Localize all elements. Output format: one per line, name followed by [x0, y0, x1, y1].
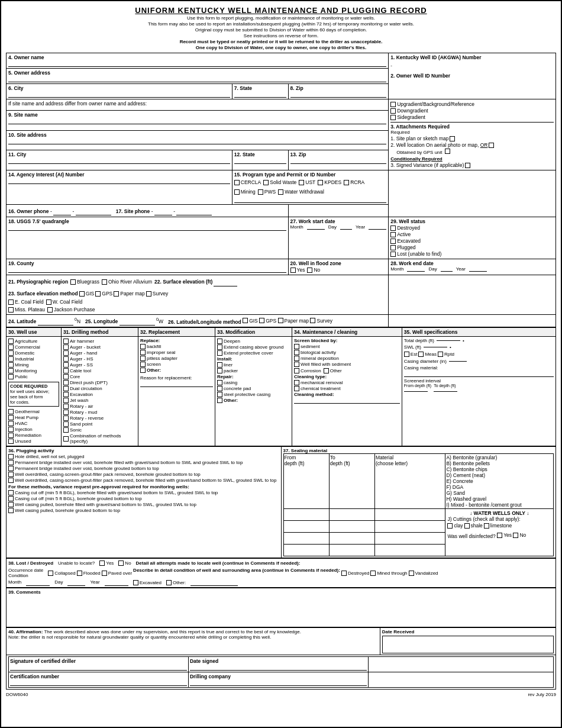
s37-material-3[interactable]: [374, 533, 445, 545]
gradient-options: Upgradient/Background/Reference Downgrad…: [390, 101, 554, 120]
comments-textarea[interactable]: [8, 595, 554, 624]
site-phone-input2[interactable]: [176, 206, 212, 215]
owner-address-input[interactable]: [8, 76, 386, 82]
ct-chemical: chemical treatment: [294, 386, 400, 391]
attachment-variance-checkbox[interactable]: [465, 163, 470, 168]
physio-miss-plateau-cb[interactable]: [8, 307, 14, 313]
status-destroyed-cb[interactable]: [390, 226, 396, 231]
pt-cercla-cb[interactable]: [234, 180, 240, 185]
pt-ust-cb[interactable]: [299, 180, 304, 185]
downgradient-checkbox[interactable]: [390, 108, 396, 114]
s37-from-4[interactable]: [283, 545, 329, 556]
site-name-input[interactable]: [8, 118, 386, 124]
s40-sig-table: Signature of certified driller Date sign…: [8, 656, 554, 688]
s37-to-1[interactable]: [329, 509, 374, 521]
status-active-cb[interactable]: [390, 232, 396, 237]
extra-well-uses: Geothermal Heat Pump HVAC Injection Reme…: [8, 409, 59, 444]
date-received-box[interactable]: [382, 636, 554, 653]
city2-input[interactable]: [8, 157, 230, 164]
sidegradient-checkbox[interactable]: [390, 115, 396, 120]
casing-material-input[interactable]: [404, 371, 554, 377]
s37-cell: 37. Sealing material Fromdepth (ft) Tode…: [281, 447, 556, 558]
mod-concrete-pad: concrete pad: [217, 386, 290, 391]
header-line3: Original copy must be submitted to Divis…: [6, 27, 556, 33]
reason-input[interactable]: [140, 381, 213, 387]
zip-label: 8. Zip: [290, 85, 303, 91]
pt-solid-waste-cb[interactable]: [263, 180, 269, 185]
surface-elev-input[interactable]: [214, 277, 237, 286]
upgradient-checkbox[interactable]: [390, 102, 396, 107]
owner-phone-input[interactable]: [53, 206, 71, 215]
city-input[interactable]: [8, 91, 230, 98]
status-lost-cb[interactable]: [390, 252, 396, 257]
pt-water-withdrawal-cb[interactable]: [278, 189, 283, 195]
pt-rcra-cb[interactable]: [344, 180, 349, 185]
lat-lon-area: 24. Latitude 0N 25. Longitude 0W 26. Lat…: [8, 316, 386, 326]
program-id-input[interactable]: [234, 197, 386, 203]
owner-phone-input2[interactable]: [76, 206, 111, 215]
header-line2: This form may also be used to report an …: [6, 21, 556, 27]
attachment-gps-checkbox[interactable]: [445, 149, 450, 154]
pt-kpdes-cb[interactable]: [318, 180, 323, 185]
upgradient-label: Upgradient/Background/Reference: [397, 101, 474, 107]
usgs-input[interactable]: [8, 224, 286, 231]
s37-to-4[interactable]: [329, 545, 374, 556]
attachment-site-plan-checkbox[interactable]: [450, 136, 455, 141]
s37-material-1[interactable]: [374, 509, 445, 521]
flood-no-cb[interactable]: [307, 268, 312, 273]
s36-label: 36. Plugging activity: [8, 448, 279, 453]
s37-from-3[interactable]: [283, 533, 329, 545]
owner-well-id-area: 2. Owner Well ID Number: [390, 73, 554, 80]
longitude-input[interactable]: [119, 316, 155, 326]
drilling-company-input[interactable]: [190, 679, 367, 686]
mc-mineral: mineral deposition: [294, 356, 400, 361]
s37-material-2[interactable]: [374, 521, 445, 533]
physio-bluegrass-cb[interactable]: [70, 279, 76, 285]
s37-from-2[interactable]: [283, 521, 329, 533]
pt-mining-cb[interactable]: [234, 189, 240, 195]
zip-input[interactable]: [290, 91, 387, 98]
s37-to-3[interactable]: [329, 533, 374, 545]
attachments-required-label: Required: [390, 130, 554, 135]
wu-geothermal: Geothermal: [8, 409, 59, 414]
cutting-items: clay shale limestone: [447, 522, 551, 529]
main-sections-table: 30. Well use 31. Drilling method 32. Rep…: [6, 327, 556, 446]
s37-to-2[interactable]: [329, 521, 374, 533]
state2-input[interactable]: [234, 157, 286, 164]
flood-yes-cb[interactable]: [290, 268, 296, 273]
status-excavated-cb[interactable]: [390, 239, 396, 244]
attachment-well-location-checkbox[interactable]: [489, 143, 494, 148]
physio-row: 21. Physiographic region Bluegrass Ohio …: [7, 275, 389, 315]
latitude-input[interactable]: [38, 316, 73, 326]
s37-from-1[interactable]: [283, 509, 329, 521]
cert-number-input[interactable]: [10, 679, 187, 686]
attachment-well-location: 2. Well location On aerial photo or map,…: [390, 142, 554, 148]
mod-steel-casing: steel protective casing: [217, 392, 290, 397]
signature-input[interactable]: [10, 664, 187, 671]
site-name-cell: 9. Site name: [7, 111, 389, 131]
site-address-input[interactable]: [8, 138, 386, 144]
cleaning-method-input[interactable]: [294, 397, 400, 404]
state-label: 7. State: [234, 85, 252, 91]
date-signed-input[interactable]: [190, 664, 367, 671]
status-plugged-cb[interactable]: [390, 245, 396, 250]
physio-jackson-cb[interactable]: [47, 307, 53, 313]
dm-rotary-reverse: Rotary - reverse: [63, 415, 136, 421]
state-input[interactable]: [234, 91, 286, 98]
physio-row3: Miss. Plateau Jackson Purchase: [8, 306, 386, 313]
agency-input[interactable]: [8, 178, 230, 184]
county-input[interactable]: [8, 266, 286, 273]
mc-corrosion-other: Corrosion Other: [294, 368, 400, 374]
plug-item-4: Well overdrilled, casing-screen-grout-fi…: [8, 472, 279, 477]
site-phone-input[interactable]: [154, 206, 172, 215]
program-type-cell: 15. Program type and Permit or ID Number…: [232, 170, 388, 205]
pt-pws-cb[interactable]: [258, 189, 263, 195]
zip2-input[interactable]: [290, 157, 387, 164]
physio-ohio-river-cb[interactable]: [102, 279, 107, 285]
physio-w-coal-cb[interactable]: [46, 299, 51, 305]
site-address-label: 10. Site address: [8, 132, 47, 138]
physio-e-coal-cb[interactable]: [8, 299, 14, 305]
s30-content: Agriculture Commercial Domestic Industri…: [7, 337, 62, 446]
s37-material-4[interactable]: [374, 545, 445, 556]
owner-name-input[interactable]: [8, 60, 386, 67]
